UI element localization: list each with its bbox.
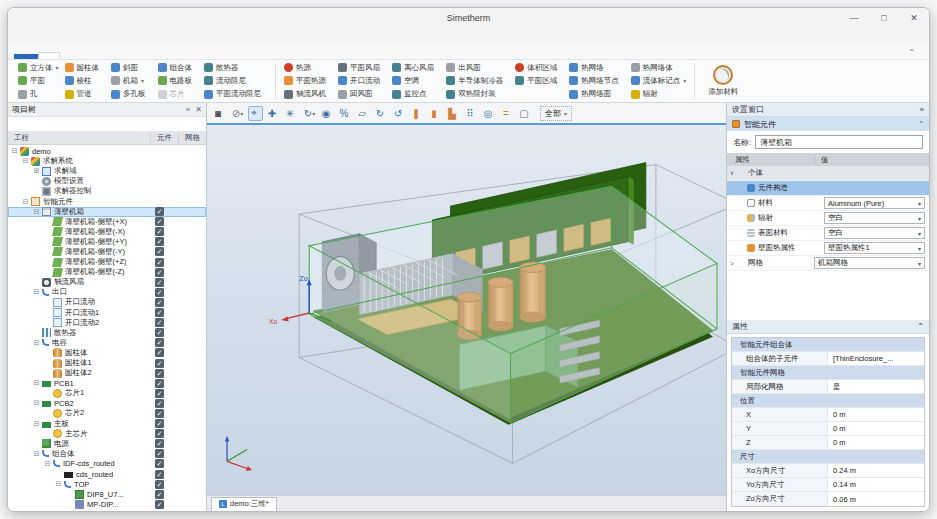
properties-row[interactable]: Yo方向尺寸 0.14 m (732, 478, 924, 492)
tree-row[interactable]: 电源 ✓ (8, 439, 206, 449)
properties-row[interactable]: Xo方向尺寸 0.24 m (732, 464, 924, 478)
pin-icon[interactable]: » (920, 105, 924, 114)
ribbon-item[interactable]: 平面区域 ▾ (513, 74, 565, 87)
ribbon-item[interactable]: 热网络面 ▾ (567, 88, 627, 101)
ribbon-item[interactable]: 空调 ▾ (390, 74, 442, 87)
tree-item-checkbox[interactable]: ✓ (155, 449, 164, 458)
tree-row[interactable]: ⊟ 求解系统 ✓ (8, 156, 206, 166)
tree-row[interactable]: 圆柱体2 ✓ (8, 368, 206, 378)
name-input[interactable]: 薄壁机箱 (755, 135, 923, 149)
ribbon-item[interactable]: 流体标记点 ▾ (629, 74, 689, 87)
tree-expander-icon[interactable]: ⊟ (21, 157, 30, 165)
ribbon-tab[interactable] (38, 52, 60, 59)
tree-row[interactable]: 薄壁机箱-侧壁(+Y) ✓ (8, 237, 206, 247)
ribbon-item[interactable]: 孔 ▾ (16, 88, 61, 101)
property-expander-icon[interactable]: ∨ (727, 169, 737, 177)
tree-row[interactable]: 薄壁机箱-侧壁(+Z) ✓ (8, 257, 206, 267)
ribbon-collapse-icon[interactable]: ⌃ (908, 48, 915, 57)
property-value-dropdown[interactable]: Aluminum (Pure) ▾ (824, 197, 925, 209)
tree-row[interactable]: cds_routed ✓ (8, 469, 206, 479)
ribbon-item[interactable]: 回风面 ▾ (336, 88, 388, 101)
tree-row[interactable]: 圆柱体1 ✓ (8, 358, 206, 368)
ruler-icon[interactable]: = ▾ (500, 106, 515, 121)
tree-item-checkbox[interactable]: ✓ (155, 207, 164, 216)
tree-expander-icon[interactable]: ⊟ (32, 379, 41, 387)
tree-item-checkbox[interactable]: ✓ (155, 288, 164, 297)
tree-expander-icon[interactable]: ⊟ (32, 399, 41, 407)
ribbon-item[interactable]: 芯片 ▾ (156, 88, 201, 101)
property-row[interactable]: 元件构造 ▾ (727, 181, 929, 196)
tree-item-checkbox[interactable]: ✓ (155, 409, 164, 418)
viewport-3d-canvas[interactable]: Zo Xo (207, 123, 726, 495)
tree-row[interactable]: 轴流风扇 ✓ (8, 277, 206, 287)
ribbon-item[interactable]: 平面热源 ▾ (282, 74, 334, 87)
property-row[interactable]: > 网格 机箱网格 ▾ (727, 256, 929, 271)
tree-row[interactable]: 开口流动 ✓ (8, 297, 206, 307)
tree-row[interactable]: 散热器 ✓ (8, 328, 206, 338)
tree-item-checkbox[interactable]: ✓ (155, 338, 164, 347)
ribbon-item[interactable]: 平面 ▾ (16, 74, 61, 87)
tree-item-checkbox[interactable]: ✓ (155, 369, 164, 378)
tree-row[interactable]: ⊟ 电容 ✓ (8, 338, 206, 348)
tree-item-checkbox[interactable]: ✓ (155, 459, 164, 468)
property-row[interactable]: 材料 Aluminum (Pure) ▾ (727, 196, 929, 211)
ribbon-tab[interactable] (14, 54, 38, 59)
property-value-dropdown[interactable]: 机箱网格 ▾ (814, 257, 925, 269)
mirror-icon[interactable]: % ▾ (338, 106, 353, 121)
smart-component-section[interactable]: 智能元件 ⌃ (727, 117, 929, 131)
tree-item-checkbox[interactable]: ✓ (155, 389, 164, 398)
rotate-view-icon[interactable]: ↻ ▾ (302, 106, 317, 121)
ribbon-item[interactable]: 平面流动阻尼 ▾ (202, 88, 269, 101)
tree-item-checkbox[interactable]: ✓ (155, 359, 164, 368)
properties-row[interactable]: 位置 (732, 394, 924, 408)
property-row[interactable]: 壁面热属性 壁面热属性1 ▾ (727, 241, 929, 256)
tree-row[interactable]: 开口流动1 ✓ (8, 308, 206, 318)
ribbon-item[interactable]: 圆柱体 ▾ (63, 61, 108, 74)
ribbon-item[interactable]: 开口流动 ▾ (336, 74, 388, 87)
tree-expander-icon[interactable]: ⊟ (32, 288, 41, 296)
properties-row[interactable]: Y 0 m (732, 422, 924, 436)
ribbon-item[interactable]: 电路板 ▾ (156, 74, 201, 87)
tree-item-checkbox[interactable]: ✓ (155, 237, 164, 246)
ribbon-item[interactable]: 流动阻尼 ▾ (202, 74, 269, 87)
pin-icon[interactable]: » (186, 105, 190, 114)
tree-item-checkbox[interactable]: ✓ (155, 298, 164, 307)
rotate-ccw-icon[interactable]: ↺ ▾ (392, 106, 407, 121)
tree-item-checkbox[interactable]: ✓ (155, 490, 164, 499)
tree-row[interactable]: 芯片2 ✓ (8, 408, 206, 418)
properties-row[interactable]: 局部化网格 是 (732, 380, 924, 394)
collapse-icon[interactable]: ⌃ (918, 120, 924, 128)
ribbon-item[interactable]: 斜面 ▾ (109, 61, 154, 74)
tree-row[interactable]: 圆柱体 ✓ (8, 348, 206, 358)
tree-item-checkbox[interactable]: ✓ (155, 247, 164, 256)
tree-expander-icon[interactable]: ⊟ (32, 420, 41, 428)
ribbon-item[interactable]: 棱柱 ▾ (63, 74, 108, 87)
tree-expander-icon[interactable]: ⊞ (32, 167, 41, 175)
tree-expander-icon[interactable]: ⊟ (43, 460, 52, 468)
tree-row[interactable]: ⊟ PCB1 ✓ (8, 378, 206, 388)
properties-row[interactable]: 智能元件组合体 (732, 338, 924, 352)
ribbon-item[interactable]: 双热阻封装 ▾ (444, 88, 511, 101)
property-value-dropdown[interactable]: 壁面热属性1 ▾ (824, 242, 925, 254)
ribbon-item[interactable]: 多孔板 ▾ (109, 88, 154, 101)
tree-item-checkbox[interactable]: ✓ (155, 480, 164, 489)
tree-item-checkbox[interactable]: ✓ (155, 419, 164, 428)
align-edge-icon[interactable]: ❚ ▾ (410, 106, 425, 121)
property-value-dropdown[interactable]: 空白 ▾ (824, 227, 925, 239)
ribbon-item[interactable]: 机箱 ▾ (109, 74, 154, 87)
tree-row[interactable]: ⊟ 智能元件 ✓ (8, 196, 206, 206)
tree-row[interactable]: 求解器控制 ✓ (8, 186, 206, 196)
tree-row[interactable]: 开口流动2 ✓ (8, 318, 206, 328)
zoom-doc-icon[interactable]: ◎ ▾ (482, 106, 497, 121)
tree-row[interactable]: 薄壁机箱-侧壁(-Y) ✓ (8, 247, 206, 257)
align-body-icon[interactable]: ▮ ▾ (428, 106, 443, 121)
tree-row[interactable]: ⊟ 主板 ✓ (8, 419, 206, 429)
zoom-fit-icon[interactable]: ✳ ▾ (284, 106, 299, 121)
tree-item-checkbox[interactable]: ✓ (155, 278, 164, 287)
tree-row[interactable]: DIP8_U7... ✓ (8, 489, 206, 499)
tree-item-checkbox[interactable]: ✓ (155, 318, 164, 327)
tree-row[interactable]: ⊟ 组合体 ✓ (8, 449, 206, 459)
tree-item-checkbox[interactable]: ✓ (155, 379, 164, 388)
tree-item-checkbox[interactable]: ✓ (155, 268, 164, 277)
ribbon-item[interactable]: 热网络 ▾ (567, 61, 627, 74)
